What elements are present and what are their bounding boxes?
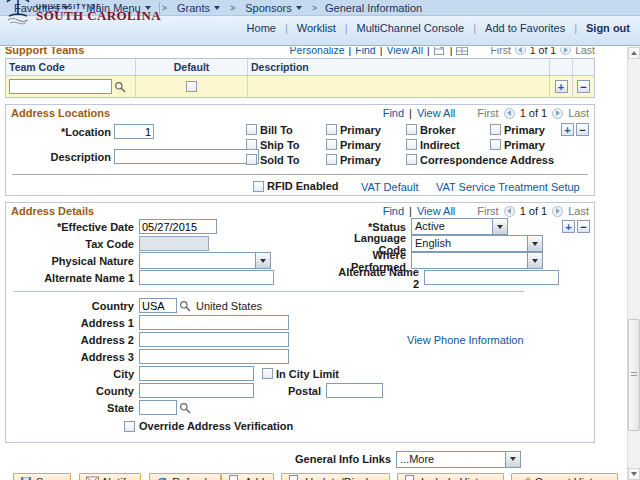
scroll-up-button[interactable] [628,47,640,59]
address-1-input[interactable] [139,315,289,330]
personalize-link[interactable]: Personalize [290,47,345,56]
physical-nature-select[interactable] [139,252,271,269]
chevron-down-icon [532,242,538,246]
vat-default-link[interactable]: VAT Default [361,181,418,193]
download-to-excel-icon[interactable] [456,47,468,55]
where-performed-select[interactable] [411,252,543,269]
add-to-favorites-link[interactable]: Add to Favorites [485,22,565,34]
dropdown-arrow-button[interactable] [492,219,507,234]
palmetto-tree-icon [3,0,33,27]
notify-button[interactable]: Notify [79,473,141,480]
include-history-button[interactable]: Include History [397,473,504,480]
column-header-delete [573,59,594,75]
separator: | [380,47,383,56]
country-lookup-magnifier-icon[interactable] [179,300,191,312]
bill-to-primary-checkbox[interactable] [326,124,337,135]
separator: | [450,47,453,56]
language-code-select[interactable]: English [411,235,543,252]
dropdown-arrow-button[interactable] [255,253,270,268]
location-description-input[interactable] [114,149,259,164]
previous-row-button[interactable] [504,108,515,119]
city-input[interactable] [139,366,254,381]
separator: | [345,22,348,34]
header-links: Home | Worklist | MultiChannel Console |… [247,22,630,34]
home-link[interactable]: Home [247,22,276,34]
status-select[interactable]: Active [411,218,508,235]
primary-label: Primary [340,139,381,151]
where-performed-value [412,253,527,268]
indirect-primary-checkbox[interactable] [490,139,501,150]
next-row-button[interactable] [560,47,571,55]
add-button[interactable]: Add [221,473,275,480]
row-count: 1 of 1 [520,107,548,119]
address-1-label: Address 1 [6,317,139,329]
address-locations-find-link[interactable]: Find [383,107,404,119]
state-lookup-magnifier-icon[interactable] [179,402,191,414]
default-checkbox[interactable] [186,81,197,92]
broker-checkbox[interactable] [406,124,417,135]
support-teams-view-all-link[interactable]: View All [386,47,423,56]
view-phone-information-link[interactable]: View Phone Information [407,334,524,346]
team-code-input[interactable] [9,79,112,94]
refresh-button[interactable]: Refresh [149,473,221,480]
scrollbar-thumb[interactable] [628,319,640,431]
sold-to-primary-checkbox[interactable] [326,154,337,165]
address-3-label: Address 3 [6,351,139,363]
postal-input[interactable] [326,383,383,398]
support-teams-find-link[interactable]: Find [355,47,375,56]
indirect-checkbox[interactable] [406,139,417,150]
address-details-delete-row-button[interactable]: − [577,220,590,233]
row-count: 1 of 1 [530,47,556,56]
alternate-name-2-label: Alternate Name 2 [336,266,424,290]
country-input[interactable] [139,298,177,313]
address-3-input[interactable] [139,349,289,364]
previous-row-button[interactable] [515,47,526,55]
county-input[interactable] [139,383,254,398]
last-label: Last [575,47,595,56]
general-info-links-select[interactable]: ...More [396,451,521,468]
correct-history-button[interactable]: Correct History [511,473,618,480]
dropdown-arrow-button[interactable] [527,236,542,251]
primary-label: Primary [340,154,381,166]
in-city-limit-checkbox[interactable] [262,368,273,379]
rfid-enabled-checkbox[interactable] [253,181,264,192]
next-row-button[interactable] [552,206,563,217]
address-locations-add-row-button[interactable]: + [561,123,574,136]
address-locations-delete-row-button[interactable]: − [576,123,589,136]
override-address-verification-checkbox[interactable] [124,421,135,432]
ship-to-primary-checkbox[interactable] [326,139,337,150]
address-2-input[interactable] [139,332,289,347]
broker-primary-checkbox[interactable] [490,124,501,135]
breadcrumb-grants[interactable]: Grants [169,0,228,15]
zoom-grid-icon[interactable] [434,47,446,55]
address-locations-view-all-link[interactable]: View All [417,107,455,119]
location-input[interactable] [114,124,154,139]
breadcrumb-sponsors[interactable]: Sponsors [237,0,309,15]
worklist-link[interactable]: Worklist [297,22,336,34]
vat-service-treatment-setup-link[interactable]: VAT Service Treatment Setup [436,181,580,193]
alternate-name-2-input[interactable] [424,270,559,285]
previous-row-button[interactable] [504,206,515,217]
ship-to-checkbox[interactable] [246,139,257,150]
effective-date-input[interactable] [139,219,217,234]
sign-out-link[interactable]: Sign out [586,22,630,34]
correspondence-address-checkbox[interactable] [406,154,417,165]
dropdown-arrow-button[interactable] [505,452,520,467]
dropdown-arrow-button[interactable] [527,253,542,268]
multichannel-console-link[interactable]: MultiChannel Console [357,22,465,34]
address-details-find-link[interactable]: Find [383,205,404,217]
update-display-button[interactable]: Update/Display [281,473,390,480]
support-teams-add-row-button[interactable]: + [555,80,568,93]
scroll-down-button[interactable] [628,468,640,480]
sold-to-checkbox[interactable] [246,154,257,165]
state-input[interactable] [139,400,177,415]
save-button[interactable]: Save [13,473,71,480]
alternate-name-1-input[interactable] [139,270,274,285]
bill-to-checkbox[interactable] [246,124,257,135]
vertical-scrollbar[interactable] [627,47,640,480]
support-teams-delete-row-button[interactable]: − [577,80,590,93]
lookup-magnifier-icon[interactable] [114,81,126,93]
next-row-button[interactable] [552,108,563,119]
address-details-view-all-link[interactable]: View All [417,205,455,217]
address-details-add-row-button[interactable]: + [562,220,575,233]
